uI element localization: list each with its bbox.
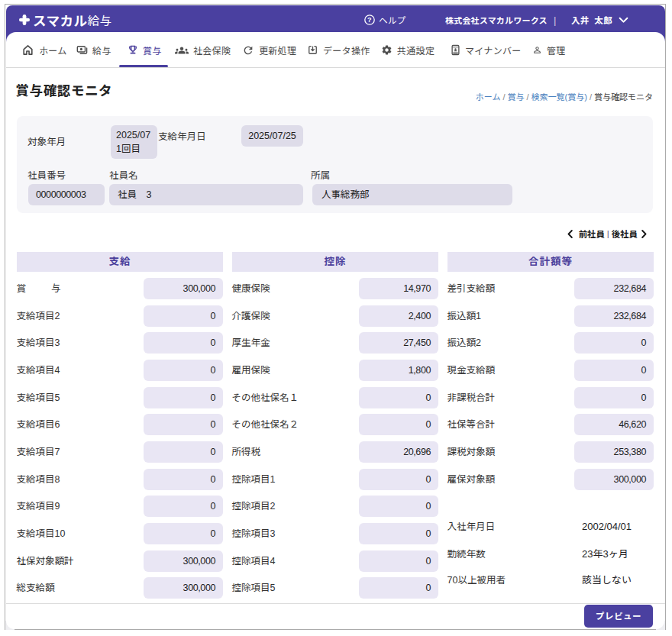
svg-text:?: ? xyxy=(367,16,372,24)
